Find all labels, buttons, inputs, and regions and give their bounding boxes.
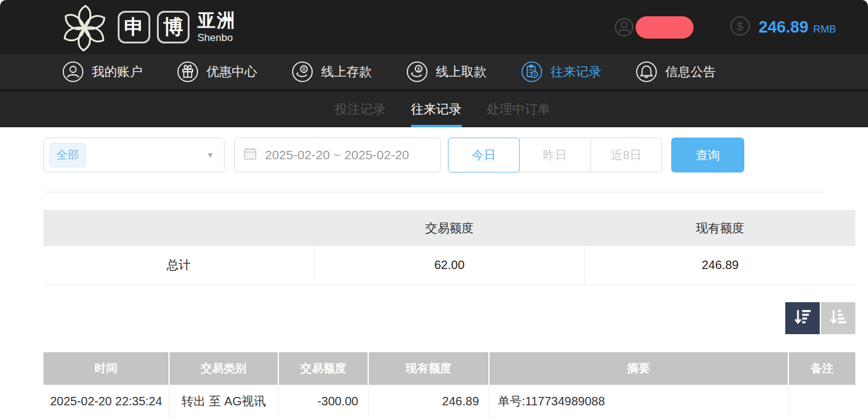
summary-total-transaction: 62.00	[314, 246, 584, 285]
last-8-days-button[interactable]: 近8日	[590, 138, 662, 173]
user-icon	[614, 17, 634, 37]
main-nav: 我的账户 优惠中心	[0, 54, 868, 91]
records-table: 时间 交易类别 交易额度 现有额度 摘要 备注 2025-02-20 22:35…	[43, 352, 855, 418]
svg-text:$: $	[736, 20, 743, 33]
svg-text:$: $	[417, 66, 420, 72]
record-tabs: 投注记录 往来记录 处理中订单	[0, 91, 868, 127]
filter-row: 全部 ▼ 2025-02-20 ~ 2025-02-20 今日 昨日 近8日	[43, 138, 855, 173]
col-summary: 摘要	[489, 352, 788, 385]
bell-icon	[636, 61, 657, 83]
cell-balance: 246.89	[368, 385, 489, 418]
logo-region-text: 亚洲	[197, 11, 236, 30]
header-account-area: $ 246.89 RMB	[614, 16, 836, 39]
summary-total-row: 总计 62.00 246.89	[43, 246, 855, 285]
logo-char-bo: 博	[157, 11, 190, 43]
chevron-down-icon: ▼	[206, 150, 214, 160]
wallet-balance[interactable]: $ 246.89 RMB	[730, 16, 836, 39]
sort-descending-button[interactable]	[785, 302, 820, 334]
logo-subtitle: Shenbo	[197, 33, 236, 43]
deposit-hand-coin-icon	[292, 61, 313, 83]
nav-item-my-account[interactable]: 我的账户	[62, 61, 142, 83]
col-type: 交易类别	[169, 352, 278, 385]
dollar-icon: $	[730, 16, 750, 39]
nav-label: 优惠中心	[206, 63, 257, 80]
section-divider	[43, 192, 825, 192]
table-row: 2025-02-20 22:35:24 转出 至 AG视讯 -300.00 24…	[43, 385, 855, 418]
date-range-value: 2025-02-20 ~ 2025-02-20	[265, 148, 409, 162]
cell-amount: -300.00	[278, 385, 368, 418]
nav-label: 线上取款	[436, 63, 487, 80]
yesterday-button[interactable]: 昨日	[519, 138, 591, 173]
tab-transaction-records[interactable]: 往来记录	[411, 91, 462, 127]
col-note: 备注	[788, 352, 855, 385]
nav-label: 我的账户	[92, 63, 142, 80]
balance-amount: 246.89	[759, 18, 809, 37]
record-tabs-inner: 投注记录 往来记录 处理中订单	[335, 91, 550, 127]
type-select-tag: 全部	[49, 143, 86, 167]
tab-betting-records[interactable]: 投注记录	[335, 91, 386, 127]
flower-logo-icon	[58, 2, 111, 52]
brand-logo[interactable]: 申 博 亚洲 Shenbo	[58, 2, 236, 52]
top-header: 申 博 亚洲 Shenbo $	[0, 0, 868, 54]
nav-item-transaction-records[interactable]: 往来记录	[521, 61, 601, 83]
summary-header-row: 交易额度 现有额度	[43, 210, 855, 246]
nav-label: 线上存款	[321, 63, 372, 80]
nav-item-deposit[interactable]: 线上存款	[292, 61, 372, 83]
username-pill[interactable]	[636, 16, 694, 39]
cell-time: 2025-02-20 22:35:24	[43, 385, 169, 418]
summary-total-balance: 246.89	[585, 246, 855, 285]
today-button[interactable]: 今日	[448, 138, 520, 173]
col-current-amount: 现有额度	[368, 352, 489, 385]
cell-type: 转出 至 AG视讯	[169, 385, 278, 418]
col-time: 时间	[43, 352, 169, 385]
balance-currency: RMB	[813, 24, 836, 36]
search-button[interactable]: 查询	[671, 138, 744, 173]
logo-region: 亚洲 Shenbo	[197, 11, 236, 43]
balance-wrap: 246.89 RMB	[759, 18, 836, 37]
sort-ascending-button[interactable]	[821, 302, 855, 334]
content: 全部 ▼ 2025-02-20 ~ 2025-02-20 今日 昨日 近8日	[0, 127, 868, 418]
summary-header-empty	[43, 210, 314, 246]
calendar-icon	[243, 147, 257, 163]
nav-label: 信息公告	[665, 63, 716, 80]
gift-icon	[177, 61, 199, 83]
logo-char-shen: 申	[118, 11, 150, 43]
records-header-row: 时间 交易类别 交易额度 现有额度 摘要 备注	[43, 352, 855, 385]
nav-item-withdraw[interactable]: $ 线上取款	[406, 61, 487, 83]
quick-range-group: 今日 昨日 近8日	[448, 138, 662, 173]
summary-table: 交易额度 现有额度 总计 62.00 246.89	[43, 210, 855, 285]
account-icon	[62, 61, 84, 83]
cell-summary: 单号:117734989088	[489, 385, 788, 418]
sort-ascending-icon	[829, 309, 848, 328]
tab-pending-orders[interactable]: 处理中订单	[487, 91, 550, 127]
summary-header-balance: 现有额度	[585, 210, 855, 246]
cell-note	[788, 385, 855, 418]
sort-descending-icon	[793, 309, 812, 328]
records-clipboard-icon	[521, 61, 543, 83]
nav-label: 往来记录	[550, 63, 601, 80]
col-transaction-amount: 交易额度	[278, 352, 368, 385]
sort-controls	[43, 302, 855, 334]
summary-header-transaction: 交易额度	[314, 210, 584, 246]
page: 申 博 亚洲 Shenbo $	[0, 0, 868, 418]
type-select[interactable]: 全部 ▼	[43, 138, 225, 173]
summary-total-label: 总计	[43, 246, 314, 285]
nav-item-promotions[interactable]: 优惠中心	[177, 61, 257, 83]
nav-item-announcements[interactable]: 信息公告	[636, 61, 716, 83]
date-range-input[interactable]: 2025-02-20 ~ 2025-02-20	[234, 138, 441, 173]
withdraw-hand-coin-icon: $	[406, 61, 428, 83]
